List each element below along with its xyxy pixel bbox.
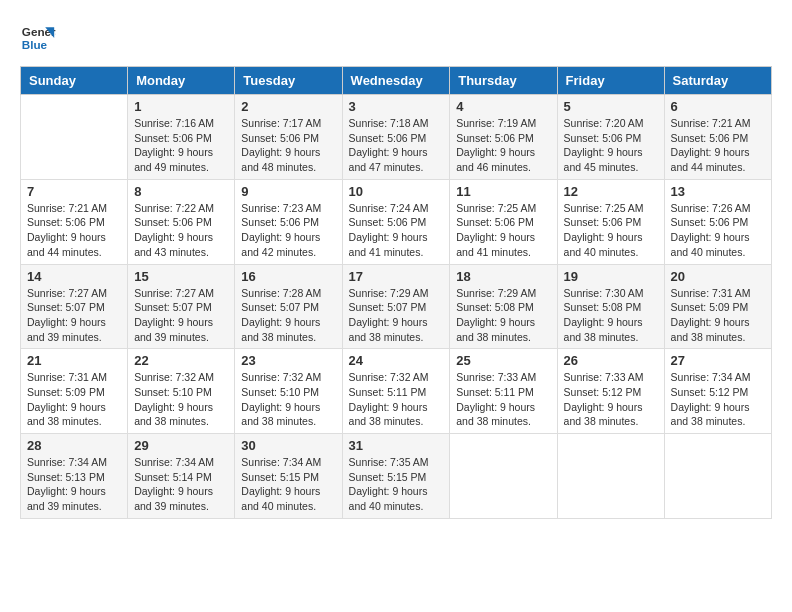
calendar-cell: 24Sunrise: 7:32 AMSunset: 5:11 PMDayligh…	[342, 349, 450, 434]
day-number: 17	[349, 269, 444, 284]
day-number: 10	[349, 184, 444, 199]
day-info: Sunrise: 7:31 AMSunset: 5:09 PMDaylight:…	[671, 286, 765, 345]
day-info: Sunrise: 7:17 AMSunset: 5:06 PMDaylight:…	[241, 116, 335, 175]
day-info: Sunrise: 7:24 AMSunset: 5:06 PMDaylight:…	[349, 201, 444, 260]
day-info: Sunrise: 7:32 AMSunset: 5:10 PMDaylight:…	[134, 370, 228, 429]
calendar-cell: 25Sunrise: 7:33 AMSunset: 5:11 PMDayligh…	[450, 349, 557, 434]
day-number: 23	[241, 353, 335, 368]
calendar-cell: 1Sunrise: 7:16 AMSunset: 5:06 PMDaylight…	[128, 95, 235, 180]
calendar-header: SundayMondayTuesdayWednesdayThursdayFrid…	[21, 67, 772, 95]
header-cell-friday: Friday	[557, 67, 664, 95]
day-number: 5	[564, 99, 658, 114]
day-info: Sunrise: 7:33 AMSunset: 5:11 PMDaylight:…	[456, 370, 550, 429]
calendar-cell: 5Sunrise: 7:20 AMSunset: 5:06 PMDaylight…	[557, 95, 664, 180]
calendar-cell: 11Sunrise: 7:25 AMSunset: 5:06 PMDayligh…	[450, 179, 557, 264]
day-info: Sunrise: 7:23 AMSunset: 5:06 PMDaylight:…	[241, 201, 335, 260]
header-cell-saturday: Saturday	[664, 67, 771, 95]
day-info: Sunrise: 7:34 AMSunset: 5:14 PMDaylight:…	[134, 455, 228, 514]
day-info: Sunrise: 7:19 AMSunset: 5:06 PMDaylight:…	[456, 116, 550, 175]
calendar-cell: 22Sunrise: 7:32 AMSunset: 5:10 PMDayligh…	[128, 349, 235, 434]
calendar-cell: 21Sunrise: 7:31 AMSunset: 5:09 PMDayligh…	[21, 349, 128, 434]
calendar-cell: 26Sunrise: 7:33 AMSunset: 5:12 PMDayligh…	[557, 349, 664, 434]
calendar-cell: 8Sunrise: 7:22 AMSunset: 5:06 PMDaylight…	[128, 179, 235, 264]
calendar-cell: 20Sunrise: 7:31 AMSunset: 5:09 PMDayligh…	[664, 264, 771, 349]
day-info: Sunrise: 7:27 AMSunset: 5:07 PMDaylight:…	[27, 286, 121, 345]
day-info: Sunrise: 7:21 AMSunset: 5:06 PMDaylight:…	[27, 201, 121, 260]
day-info: Sunrise: 7:26 AMSunset: 5:06 PMDaylight:…	[671, 201, 765, 260]
day-info: Sunrise: 7:25 AMSunset: 5:06 PMDaylight:…	[456, 201, 550, 260]
logo: General Blue	[20, 20, 56, 56]
calendar-cell: 23Sunrise: 7:32 AMSunset: 5:10 PMDayligh…	[235, 349, 342, 434]
day-number: 16	[241, 269, 335, 284]
calendar-cell: 12Sunrise: 7:25 AMSunset: 5:06 PMDayligh…	[557, 179, 664, 264]
day-number: 8	[134, 184, 228, 199]
week-row-5: 28Sunrise: 7:34 AMSunset: 5:13 PMDayligh…	[21, 434, 772, 519]
day-number: 3	[349, 99, 444, 114]
week-row-1: 1Sunrise: 7:16 AMSunset: 5:06 PMDaylight…	[21, 95, 772, 180]
day-number: 24	[349, 353, 444, 368]
day-number: 1	[134, 99, 228, 114]
day-info: Sunrise: 7:34 AMSunset: 5:15 PMDaylight:…	[241, 455, 335, 514]
week-row-4: 21Sunrise: 7:31 AMSunset: 5:09 PMDayligh…	[21, 349, 772, 434]
day-info: Sunrise: 7:34 AMSunset: 5:12 PMDaylight:…	[671, 370, 765, 429]
day-number: 19	[564, 269, 658, 284]
day-number: 29	[134, 438, 228, 453]
day-number: 30	[241, 438, 335, 453]
calendar-cell: 7Sunrise: 7:21 AMSunset: 5:06 PMDaylight…	[21, 179, 128, 264]
calendar-cell	[557, 434, 664, 519]
header-row: SundayMondayTuesdayWednesdayThursdayFrid…	[21, 67, 772, 95]
day-info: Sunrise: 7:31 AMSunset: 5:09 PMDaylight:…	[27, 370, 121, 429]
day-number: 27	[671, 353, 765, 368]
calendar-cell	[450, 434, 557, 519]
day-number: 4	[456, 99, 550, 114]
calendar-table: SundayMondayTuesdayWednesdayThursdayFrid…	[20, 66, 772, 519]
calendar-cell: 14Sunrise: 7:27 AMSunset: 5:07 PMDayligh…	[21, 264, 128, 349]
calendar-cell: 27Sunrise: 7:34 AMSunset: 5:12 PMDayligh…	[664, 349, 771, 434]
calendar-cell	[664, 434, 771, 519]
calendar-cell: 18Sunrise: 7:29 AMSunset: 5:08 PMDayligh…	[450, 264, 557, 349]
header-cell-wednesday: Wednesday	[342, 67, 450, 95]
day-info: Sunrise: 7:22 AMSunset: 5:06 PMDaylight:…	[134, 201, 228, 260]
day-info: Sunrise: 7:33 AMSunset: 5:12 PMDaylight:…	[564, 370, 658, 429]
day-info: Sunrise: 7:30 AMSunset: 5:08 PMDaylight:…	[564, 286, 658, 345]
day-number: 22	[134, 353, 228, 368]
day-number: 9	[241, 184, 335, 199]
calendar-body: 1Sunrise: 7:16 AMSunset: 5:06 PMDaylight…	[21, 95, 772, 519]
day-info: Sunrise: 7:25 AMSunset: 5:06 PMDaylight:…	[564, 201, 658, 260]
day-info: Sunrise: 7:27 AMSunset: 5:07 PMDaylight:…	[134, 286, 228, 345]
calendar-cell: 17Sunrise: 7:29 AMSunset: 5:07 PMDayligh…	[342, 264, 450, 349]
calendar-cell: 19Sunrise: 7:30 AMSunset: 5:08 PMDayligh…	[557, 264, 664, 349]
day-number: 14	[27, 269, 121, 284]
day-number: 13	[671, 184, 765, 199]
day-info: Sunrise: 7:18 AMSunset: 5:06 PMDaylight:…	[349, 116, 444, 175]
week-row-3: 14Sunrise: 7:27 AMSunset: 5:07 PMDayligh…	[21, 264, 772, 349]
day-info: Sunrise: 7:16 AMSunset: 5:06 PMDaylight:…	[134, 116, 228, 175]
calendar-cell: 2Sunrise: 7:17 AMSunset: 5:06 PMDaylight…	[235, 95, 342, 180]
day-info: Sunrise: 7:32 AMSunset: 5:10 PMDaylight:…	[241, 370, 335, 429]
calendar-cell: 9Sunrise: 7:23 AMSunset: 5:06 PMDaylight…	[235, 179, 342, 264]
day-number: 15	[134, 269, 228, 284]
day-info: Sunrise: 7:21 AMSunset: 5:06 PMDaylight:…	[671, 116, 765, 175]
day-number: 11	[456, 184, 550, 199]
logo-icon: General Blue	[20, 20, 56, 56]
day-number: 12	[564, 184, 658, 199]
day-number: 31	[349, 438, 444, 453]
calendar-cell: 31Sunrise: 7:35 AMSunset: 5:15 PMDayligh…	[342, 434, 450, 519]
day-number: 2	[241, 99, 335, 114]
svg-text:Blue: Blue	[22, 38, 48, 51]
header-cell-monday: Monday	[128, 67, 235, 95]
calendar-cell: 13Sunrise: 7:26 AMSunset: 5:06 PMDayligh…	[664, 179, 771, 264]
day-number: 6	[671, 99, 765, 114]
day-number: 18	[456, 269, 550, 284]
day-number: 20	[671, 269, 765, 284]
day-number: 25	[456, 353, 550, 368]
day-info: Sunrise: 7:35 AMSunset: 5:15 PMDaylight:…	[349, 455, 444, 514]
day-info: Sunrise: 7:32 AMSunset: 5:11 PMDaylight:…	[349, 370, 444, 429]
calendar-cell: 4Sunrise: 7:19 AMSunset: 5:06 PMDaylight…	[450, 95, 557, 180]
day-number: 7	[27, 184, 121, 199]
day-info: Sunrise: 7:29 AMSunset: 5:07 PMDaylight:…	[349, 286, 444, 345]
calendar-cell: 6Sunrise: 7:21 AMSunset: 5:06 PMDaylight…	[664, 95, 771, 180]
calendar-cell: 15Sunrise: 7:27 AMSunset: 5:07 PMDayligh…	[128, 264, 235, 349]
day-info: Sunrise: 7:20 AMSunset: 5:06 PMDaylight:…	[564, 116, 658, 175]
calendar-cell: 16Sunrise: 7:28 AMSunset: 5:07 PMDayligh…	[235, 264, 342, 349]
